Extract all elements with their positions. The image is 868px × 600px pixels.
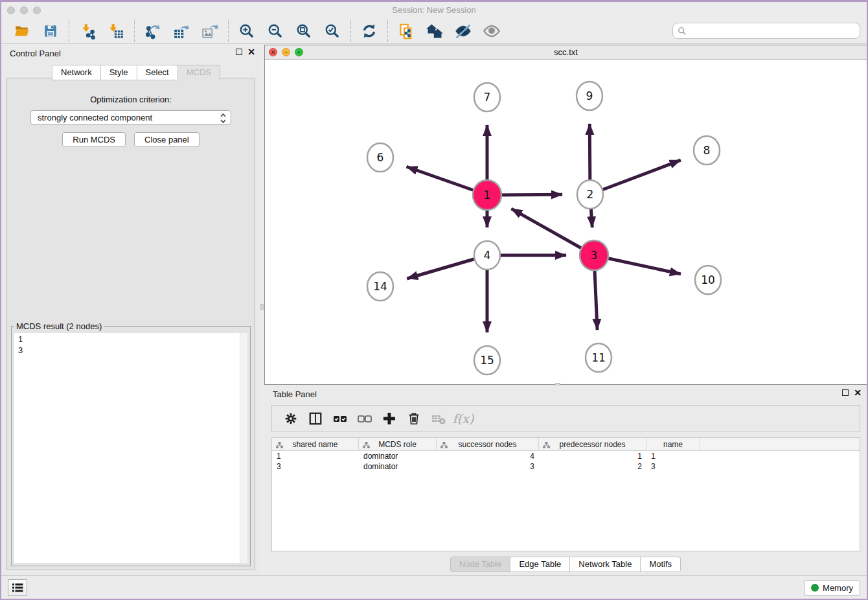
task-history-button[interactable]: [8, 579, 27, 596]
table-row[interactable]: 3dominator323: [272, 461, 860, 472]
import-network-icon[interactable]: [78, 21, 97, 41]
tab-motifs[interactable]: Motifs: [641, 557, 681, 572]
node-6[interactable]: 6: [367, 143, 393, 172]
mcds-result-item[interactable]: 1: [18, 334, 244, 345]
column-header-name[interactable]: name: [646, 438, 700, 450]
optimization-criterion-label: Optimization criterion:: [7, 95, 255, 104]
mcds-result-list[interactable]: 13: [14, 333, 247, 563]
node-10[interactable]: 10: [695, 266, 721, 294]
node-9[interactable]: 9: [577, 82, 602, 110]
column-header-successor-nodes[interactable]: successor nodes: [437, 438, 539, 450]
open-folder-icon[interactable]: [12, 21, 32, 41]
node-2[interactable]: 2: [577, 180, 603, 209]
zoom-fit-icon[interactable]: [294, 21, 314, 41]
table-cell[interactable]: 1: [646, 451, 700, 461]
duplicate-network-icon[interactable]: [396, 21, 416, 41]
table-header-row: shared nameMCDS rolesuccessor nodesprede…: [272, 438, 860, 451]
node-11[interactable]: 11: [586, 343, 611, 372]
table-cell[interactable]: 1: [272, 451, 359, 461]
function-builder-icon[interactable]: f(x): [454, 410, 472, 428]
table-panel: Table Panel ✕ f(x) shared nameMCDS rol: [264, 386, 867, 575]
search-field[interactable]: [672, 23, 860, 39]
node-14[interactable]: 14: [367, 272, 393, 301]
refresh-icon[interactable]: [360, 21, 379, 41]
table-cell[interactable]: 2: [539, 461, 646, 472]
tab-node-table[interactable]: Node Table: [450, 557, 511, 572]
zoom-in-icon[interactable]: [237, 21, 257, 41]
network-window-titlebar[interactable]: ✕ − + scc.txt: [265, 45, 867, 60]
node-3[interactable]: 3: [580, 240, 608, 270]
column-type-icon: [440, 441, 448, 450]
run-mcds-button[interactable]: Run MCDS: [62, 132, 126, 147]
column-type-icon: [363, 441, 370, 450]
export-network-icon[interactable]: [143, 21, 163, 41]
column-header-MCDS-role[interactable]: MCDS role: [359, 438, 437, 450]
node-15[interactable]: 15: [474, 346, 500, 375]
delete-table-icon[interactable]: [429, 410, 448, 428]
mcds-result-item[interactable]: 3: [18, 345, 244, 356]
svg-text:11: 11: [591, 351, 606, 364]
search-input[interactable]: [690, 26, 860, 36]
show-column-pane-icon[interactable]: [306, 410, 325, 428]
table-settings-gear-icon[interactable]: [282, 410, 300, 428]
mcds-result-box: MCDS result (2 nodes) 13: [11, 321, 251, 566]
memory-label: Memory: [823, 583, 853, 593]
dropdown-spinner-icon: [220, 113, 227, 126]
import-table-icon[interactable]: [106, 21, 126, 41]
zoom-selected-icon[interactable]: [323, 21, 342, 41]
create-column-plus-icon[interactable]: [380, 410, 398, 428]
node-table[interactable]: shared nameMCDS rolesuccessor nodesprede…: [271, 437, 860, 551]
tab-edge-table[interactable]: Edge Table: [510, 557, 570, 572]
homes-icon[interactable]: [425, 21, 444, 41]
table-tabs: Node TableEdge TableNetwork TableMotifs: [264, 557, 867, 572]
node-8[interactable]: 8: [694, 136, 720, 165]
tab-select[interactable]: Select: [137, 65, 178, 80]
memory-status-icon: [811, 584, 819, 592]
tab-style[interactable]: Style: [101, 65, 137, 80]
save-icon[interactable]: [41, 21, 60, 41]
table-cell[interactable]: 1: [539, 451, 646, 461]
float-table-panel-icon[interactable]: [842, 389, 849, 396]
tab-network-table[interactable]: Network Table: [570, 557, 641, 572]
svg-text:9: 9: [586, 89, 593, 102]
svg-text:3: 3: [591, 249, 598, 262]
show-eye-icon[interactable]: [482, 21, 501, 41]
table-cell[interactable]: dominator: [359, 461, 437, 472]
close-panel-icon[interactable]: ✕: [247, 49, 255, 55]
select-all-columns-icon[interactable]: [331, 410, 349, 428]
table-cell[interactable]: 3: [437, 461, 539, 472]
search-icon: [678, 27, 687, 36]
column-header-shared-name[interactable]: shared name: [272, 438, 359, 450]
network-canvas[interactable]: 7968124314101511: [265, 60, 867, 384]
close-table-panel-icon[interactable]: ✕: [854, 389, 862, 396]
table-cell[interactable]: 3: [272, 461, 359, 472]
result-scrollbar[interactable]: [240, 333, 247, 563]
hide-eye-icon[interactable]: [453, 21, 473, 41]
table-cell[interactable]: 3: [646, 461, 700, 472]
criterion-dropdown[interactable]: strongly connected component: [30, 110, 231, 125]
vertical-splitter-handle[interactable]: [260, 304, 264, 310]
network-graph[interactable]: 7968124314101511: [265, 60, 867, 384]
close-panel-button[interactable]: Close panel: [134, 132, 200, 147]
column-header-predecessor-nodes[interactable]: predecessor nodes: [539, 438, 646, 450]
table-row[interactable]: 1dominator411: [272, 451, 860, 461]
edge-2-8[interactable]: [590, 160, 681, 194]
node-7[interactable]: 7: [474, 83, 500, 111]
node-1[interactable]: 1: [473, 180, 501, 210]
node-4[interactable]: 4: [474, 241, 500, 270]
tab-network[interactable]: Network: [52, 65, 101, 80]
memory-button[interactable]: Memory: [804, 580, 860, 595]
criterion-value: strongly connected component: [38, 113, 152, 122]
toolbar-separator: [228, 20, 229, 42]
table-cell[interactable]: 4: [437, 451, 539, 461]
toolbar-separator: [134, 20, 135, 42]
column-type-icon: [543, 441, 550, 450]
tab-mcds[interactable]: MCDS: [178, 65, 220, 80]
export-table-icon[interactable]: [172, 21, 191, 41]
table-cell[interactable]: dominator: [359, 451, 437, 461]
deselect-all-columns-icon[interactable]: [356, 410, 374, 428]
float-panel-icon[interactable]: [236, 49, 242, 55]
export-image-icon[interactable]: [200, 21, 220, 41]
zoom-out-icon[interactable]: [266, 21, 285, 41]
delete-column-trash-icon[interactable]: [405, 410, 423, 428]
